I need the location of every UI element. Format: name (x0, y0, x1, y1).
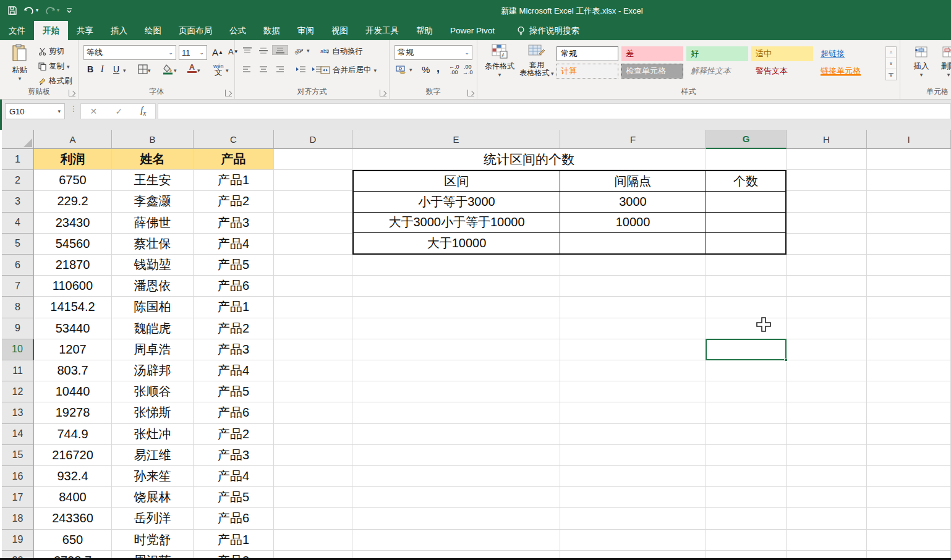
cell-C11[interactable]: 产品4 (194, 360, 274, 381)
cell-H13[interactable] (787, 402, 867, 423)
ribbon-tab-审阅[interactable]: 审阅 (289, 21, 323, 40)
underline-button[interactable]: U (111, 64, 122, 75)
cell-A1[interactable]: 利润 (34, 149, 112, 170)
cell-E16[interactable] (352, 466, 560, 487)
row-header-3[interactable]: 3 (2, 191, 34, 212)
cell-E9[interactable] (352, 318, 560, 339)
stats-cell-G4[interactable] (706, 213, 785, 233)
cell-style-警告文本[interactable]: 警告文本 (751, 64, 813, 78)
cell-A11[interactable]: 803.7 (34, 360, 112, 381)
italic-button[interactable]: I (98, 64, 106, 75)
alignment-dialog-launcher[interactable] (380, 90, 386, 96)
cell-D11[interactable] (274, 360, 352, 381)
ribbon-tab-视图[interactable]: 视图 (323, 21, 357, 40)
cell-H15[interactable] (787, 445, 867, 466)
cell-G16[interactable] (706, 466, 787, 487)
cell-G12[interactable] (706, 381, 787, 402)
cell-A4[interactable]: 23430 (34, 213, 112, 234)
cell-A13[interactable]: 19278 (34, 402, 112, 423)
column-header-E[interactable]: E (352, 130, 560, 149)
accounting-dropdown-icon[interactable]: ▾ (409, 67, 412, 73)
copy-button[interactable]: 复制 ▾ (38, 61, 70, 72)
number-format-combo[interactable]: 常规⌄ (394, 45, 472, 60)
cell-F7[interactable] (560, 276, 706, 297)
cell-I6[interactable] (867, 255, 951, 276)
format-as-table-dropdown-icon[interactable]: ▾ (549, 70, 553, 77)
cell-I10[interactable] (867, 339, 951, 360)
phonetic-guide-button[interactable]: wén 文 (211, 62, 226, 76)
cell-I11[interactable] (867, 360, 951, 381)
clipboard-dialog-launcher[interactable] (69, 90, 75, 96)
merge-center-button[interactable]: 合并后居中 ▾ (320, 65, 377, 75)
cell-B18[interactable]: 岳列洋 (112, 508, 194, 529)
tell-me-search[interactable]: 操作说明搜索 (503, 21, 579, 40)
column-header-I[interactable]: I (867, 130, 951, 149)
row-header-14[interactable]: 14 (2, 424, 34, 445)
cell-H4[interactable] (787, 213, 867, 234)
cell-A7[interactable]: 110600 (34, 276, 112, 297)
row-header-12[interactable]: 12 (2, 381, 34, 402)
cell-A9[interactable]: 53440 (34, 318, 112, 339)
fill-color-dropdown-icon[interactable]: ▾ (174, 67, 177, 74)
cell-C3[interactable]: 产品2 (194, 191, 274, 212)
cell-I15[interactable] (867, 445, 951, 466)
underline-dropdown-icon[interactable]: ▾ (123, 67, 126, 74)
cell-D8[interactable] (274, 297, 352, 318)
cell-A6[interactable]: 21870 (34, 255, 112, 276)
cell-F17[interactable] (560, 487, 706, 508)
cell-D7[interactable] (274, 276, 352, 297)
cell-D1[interactable] (274, 149, 352, 170)
cell-H9[interactable] (787, 318, 867, 339)
cell-D10[interactable] (274, 339, 352, 360)
cell-H11[interactable] (787, 360, 867, 381)
formula-input[interactable] (158, 103, 951, 119)
ribbon-tab-文件[interactable]: 文件 (0, 21, 34, 40)
cell-D2[interactable] (274, 170, 352, 191)
cell-C18[interactable]: 产品6 (194, 508, 274, 529)
cell-G17[interactable] (706, 487, 787, 508)
row-header-10[interactable]: 10 (2, 339, 34, 360)
font-dialog-launcher[interactable] (225, 90, 232, 96)
select-all-corner[interactable] (2, 130, 34, 149)
cell-C4[interactable]: 产品3 (194, 213, 274, 234)
insert-cells-button[interactable]: 插入 ▾ (909, 45, 934, 78)
phonetic-dropdown-icon[interactable]: ▾ (226, 67, 229, 74)
ribbon-tab-共享[interactable]: 共享 (68, 21, 102, 40)
paste-button[interactable]: 粘贴 ▾ (6, 44, 33, 91)
conditional-formatting-dropdown-icon[interactable]: ▾ (484, 72, 516, 78)
cell-H2[interactable] (787, 170, 867, 191)
cell-G14[interactable] (706, 424, 787, 445)
cell-D13[interactable] (274, 402, 352, 423)
cell-E15[interactable] (352, 445, 560, 466)
cell-A18[interactable]: 243360 (34, 508, 112, 529)
ribbon-tab-数据[interactable]: 数据 (255, 21, 289, 40)
cell-B12[interactable]: 张顺谷 (112, 381, 194, 402)
cell-D12[interactable] (274, 381, 352, 402)
cancel-icon[interactable]: ✕ (90, 106, 98, 116)
merge-dropdown-icon[interactable]: ▾ (374, 67, 377, 74)
ribbon-tab-帮助[interactable]: 帮助 (407, 21, 441, 40)
column-header-F[interactable]: F (560, 130, 706, 149)
ribbon-tab-Power Pivot[interactable]: Power Pivot (441, 21, 503, 40)
cell-I3[interactable] (867, 191, 951, 212)
decrease-indent-button[interactable] (293, 65, 309, 74)
row-header-8[interactable]: 8 (2, 297, 34, 318)
cell-C17[interactable]: 产品5 (194, 487, 274, 508)
cell-G11[interactable] (706, 360, 787, 381)
ribbon-tab-插入[interactable]: 插入 (102, 21, 136, 40)
name-box[interactable]: G10 ▾ (5, 103, 65, 119)
percent-style-button[interactable]: % (419, 64, 432, 75)
stats-cell-E3[interactable]: 小于等于3000 (354, 192, 560, 212)
cell-A14[interactable]: 744.9 (34, 424, 112, 445)
increase-font-size-button[interactable]: A▲ (210, 46, 226, 58)
fill-handle[interactable] (784, 358, 788, 362)
cell-H10[interactable] (787, 339, 867, 360)
gallery-scroll-down-icon[interactable]: ∨ (886, 57, 896, 69)
column-header-B[interactable]: B (112, 130, 194, 149)
ribbon-tab-页面布局[interactable]: 页面布局 (170, 21, 221, 40)
cell-F11[interactable] (560, 360, 706, 381)
stats-cell-G5[interactable] (706, 233, 785, 253)
row-header-11[interactable]: 11 (2, 360, 34, 381)
column-header-H[interactable]: H (787, 130, 867, 149)
align-left-button[interactable] (240, 65, 255, 74)
